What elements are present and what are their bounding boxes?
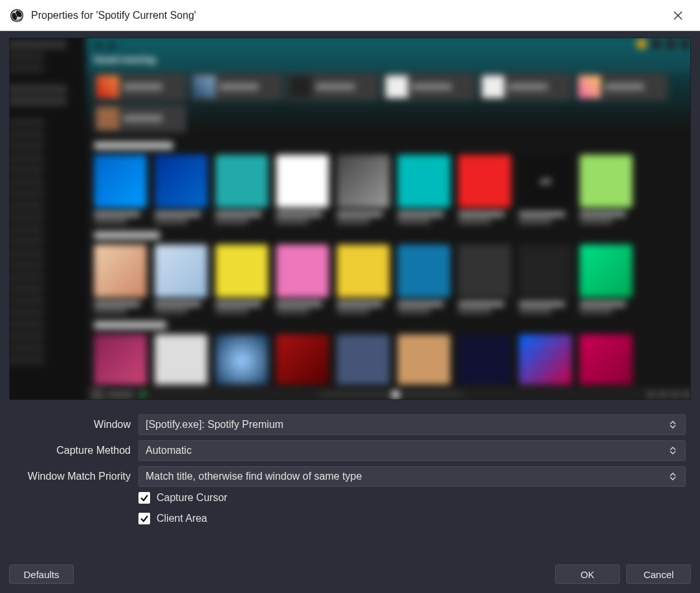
- client-area-label: Client Area: [157, 513, 207, 524]
- client-area-checkbox[interactable]: [138, 513, 150, 524]
- capture-cursor-label: Capture Cursor: [157, 492, 227, 504]
- updown-icon: [666, 447, 680, 454]
- close-button[interactable]: [665, 3, 691, 28]
- check-icon: [140, 493, 149, 502]
- cancel-button[interactable]: Cancel: [626, 565, 691, 584]
- svg-point-0: [10, 8, 23, 21]
- window-label: Window: [9, 419, 138, 431]
- properties-form: Window [Spotify.exe]: Spotify Premium Ca…: [9, 414, 691, 524]
- dialog-body: Good evening: [0, 31, 700, 593]
- capture-method-select[interactable]: Automatic: [138, 440, 686, 461]
- updown-icon: [666, 421, 680, 429]
- dialog-title: Properties for 'Spotify Current Song': [31, 10, 196, 21]
- title-bar: Properties for 'Spotify Current Song': [0, 0, 700, 31]
- match-priority-label: Window Match Priority: [9, 471, 138, 482]
- capture-method-label: Capture Method: [9, 445, 138, 456]
- defaults-button[interactable]: Defaults: [9, 565, 74, 584]
- match-priority-select[interactable]: Match title, otherwise find window of sa…: [138, 466, 686, 487]
- obs-logo-icon: [9, 8, 25, 23]
- capture-method-value: Automatic: [146, 445, 666, 456]
- spotify-window-preview: Good evening: [9, 38, 691, 400]
- window-select[interactable]: [Spotify.exe]: Spotify Premium: [138, 414, 686, 435]
- close-icon: [673, 11, 683, 20]
- updown-icon: [666, 473, 680, 480]
- dialog-button-row: Defaults OK Cancel: [9, 545, 691, 584]
- match-priority-value: Match title, otherwise find window of sa…: [146, 471, 666, 482]
- capture-preview: Good evening: [9, 38, 691, 400]
- check-icon: [140, 514, 149, 523]
- window-select-value: [Spotify.exe]: Spotify Premium: [146, 419, 666, 431]
- capture-cursor-checkbox[interactable]: [138, 492, 150, 504]
- ok-button[interactable]: OK: [555, 565, 620, 584]
